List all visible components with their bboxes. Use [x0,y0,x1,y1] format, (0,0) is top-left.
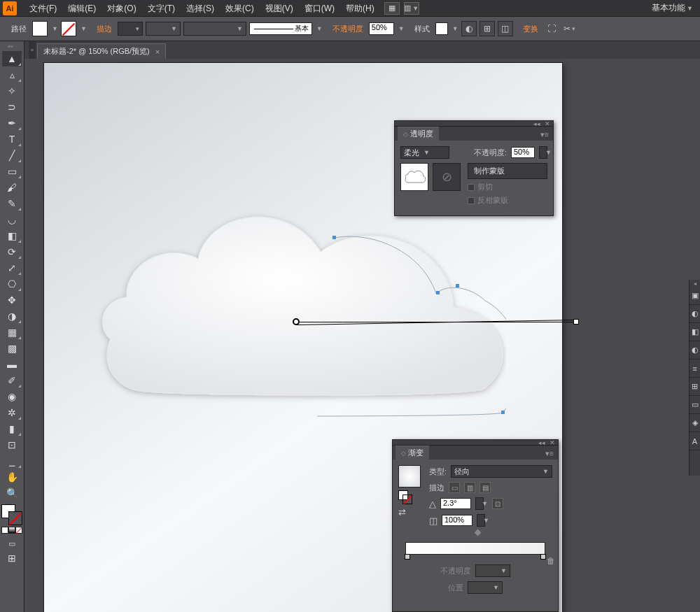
panel-grip[interactable]: ◂◂✕ [395,121,553,127]
tool-pencil[interactable]: ✎ [2,196,22,211]
panel-opacity-input[interactable]: 50% [511,147,535,158]
chevron-down-icon[interactable]: ▼ [80,25,87,32]
menu-help[interactable]: 帮助(H) [340,0,380,17]
tool-artboard[interactable]: ⊡ [2,437,22,453]
tool-slice[interactable]: ⎯ [2,453,22,469]
tool-scale[interactable]: ⤢ [2,260,22,276]
clip-checkbox[interactable]: 剪切 [468,182,547,192]
angle-input[interactable]: 2.3° [440,498,471,509]
gradient-origin-handle[interactable] [293,318,300,325]
invert-mask-checkbox[interactable]: 反相蒙版 [468,195,547,206]
right-dock-collapsed[interactable]: ◂ ▣ ◐ ◧ ◐ ≡ ⊞ ▭ ◈ A [689,280,700,476]
tool-blend[interactable]: ◉ [2,389,22,404]
panel-menu-icon[interactable]: ▾≡ [536,129,553,141]
aspect-stepper[interactable]: ▼ [477,514,485,527]
stroke-grad-3-icon[interactable]: ▤ [479,482,491,493]
document-tab[interactable]: 未标题-2* @ 150% (RGB/预览) × [37,43,166,59]
tool-gradient[interactable]: ▬ [2,357,22,372]
close-icon[interactable]: ✕ [545,120,550,127]
tool-magic-wand[interactable]: ✧ [2,83,22,99]
stop-location-input[interactable]: ▼ [468,581,503,594]
canvas-viewport[interactable] [30,59,700,612]
stroke-grad-2-icon[interactable]: ▥ [464,482,475,493]
mask-thumbnail[interactable]: ⊘ [433,163,461,191]
fill-swatch[interactable] [32,21,48,36]
angle-stepper[interactable]: ▼ [475,497,484,510]
stroke-profile-preview[interactable]: 基本 [249,22,312,35]
stroke-swatch[interactable] [61,21,76,36]
dock-icon-3[interactable]: ◧ [690,323,700,341]
stroke-box[interactable] [8,511,22,525]
opacity-link[interactable]: 不透明度 [332,24,363,34]
tool-type[interactable]: T [2,131,22,147]
tool-free-transform[interactable]: ✥ [2,292,22,308]
toolbox-flyout-icon[interactable]: «« [8,44,16,50]
stop-opacity-input[interactable]: ▼ [475,564,510,577]
menu-object[interactable]: 对象(O) [102,0,141,17]
dock-icon-9[interactable]: A [690,432,700,450]
doc-flyout-icon[interactable]: » [29,41,36,59]
tool-paintbrush[interactable]: 🖌 [2,180,22,195]
collapse-icon[interactable]: ◂◂ [533,120,540,127]
aspect-lock-icon[interactable]: ⊡ [492,498,503,509]
stroke-label[interactable]: 描边 [97,24,112,34]
workspace-switcher[interactable]: 基本功能▼ [648,2,697,14]
tool-zoom[interactable]: 🔍 [2,485,22,501]
menu-select[interactable]: 选择(S) [181,0,220,17]
arrange-docs-icon[interactable]: ▥▼ [404,2,419,15]
tool-lasso[interactable]: ⊃ [2,99,22,115]
object-thumbnail[interactable] [400,163,428,191]
dock-icon-1[interactable]: ▣ [690,287,700,305]
tool-shape-builder[interactable]: ◑ [2,308,22,324]
dock-grip-icon[interactable]: ◂ [690,280,700,287]
chevron-down-icon[interactable]: ▼ [398,25,405,32]
menu-effect[interactable]: 效果(C) [220,0,260,17]
tool-pen[interactable]: ✒ [2,115,22,131]
menu-edit[interactable]: 编辑(E) [62,0,102,17]
tool-eraser[interactable]: ◧ [2,228,22,243]
gradient-stop-right[interactable] [540,554,546,560]
chevron-down-icon[interactable]: ▼ [452,25,458,32]
gradient-slider[interactable] [405,542,545,555]
tool-column-graph[interactable]: ▮ [2,421,22,436]
graphic-style-swatch[interactable] [435,22,448,35]
tool-mesh[interactable]: ▩ [2,341,22,356]
stroke-grad-1-icon[interactable]: ▭ [449,482,460,493]
grad-stroke-box[interactable] [402,494,412,504]
transparency-panel[interactable]: ◂◂✕ ◇ 透明度 ▾≡ 柔光▼ 不透明度: 50% ▼ ⊘ 制作蒙版 剪切 反… [394,120,554,216]
gradient-type-dropdown[interactable]: 径向▼ [451,465,552,478]
tool-rectangle[interactable]: ▭ [2,164,22,179]
isolate-icon[interactable]: ⛶ [544,21,559,36]
collapse-icon[interactable]: ◂◂ [538,439,545,446]
tool-blob-brush[interactable]: ◡ [2,212,22,227]
delete-stop-icon[interactable]: 🗑 [547,556,555,566]
gradient-stop-left[interactable] [405,554,410,560]
dock-icon-4[interactable]: ◐ [690,341,700,360]
opacity-stepper[interactable]: ▼ [539,146,547,159]
stroke-weight-dropdown[interactable]: ▾ [118,22,143,36]
menu-file[interactable]: 文件(F) [24,0,62,17]
fill-stroke-control[interactable] [1,504,22,525]
color-mode-row[interactable] [1,527,22,534]
menu-type[interactable]: 文字(T) [142,0,181,17]
recolor-icon[interactable]: ◐ [461,21,477,36]
tool-symbol-sprayer[interactable]: ✲ [2,405,22,420]
tool-line[interactable]: ╱ [2,148,22,163]
reverse-gradient-icon[interactable]: ⇄ [398,507,421,518]
align-icon[interactable]: ⊞ [479,21,495,36]
menu-window[interactable]: 窗口(W) [299,0,340,17]
gradient-preview[interactable] [398,465,421,488]
tool-perspective[interactable]: ▦ [2,325,22,340]
dock-icon-7[interactable]: ▭ [690,396,700,414]
screen-mode-icon[interactable]: ▭ [2,536,22,550]
transform-link[interactable]: 变换 [523,24,538,34]
panel-menu-icon[interactable]: ▾≡ [541,448,558,460]
brush-def-dropdown[interactable]: ▼ [183,22,246,36]
chevron-down-icon[interactable]: ▼ [52,25,58,32]
menu-view[interactable]: 视图(V) [260,0,299,17]
gradient-panel[interactable]: ◂◂✕ ◇ 渐变 ▾≡ ⇄ 类型: 径向▼ 描边 ▭ [392,439,559,612]
tool-rotate[interactable]: ⟳ [2,244,22,259]
gradient-end-handle[interactable] [573,319,579,325]
bridge-icon[interactable]: ▦ [384,2,400,15]
shape-icon[interactable]: ◫ [498,21,513,36]
